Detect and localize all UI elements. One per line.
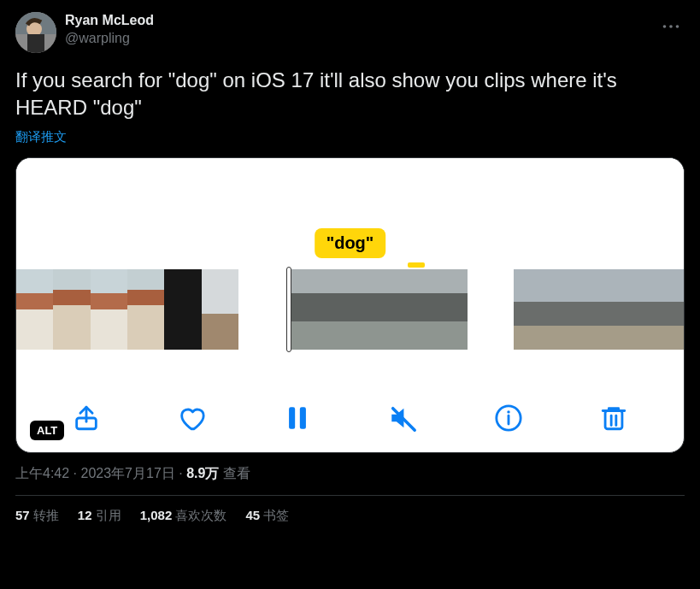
svg-rect-14 — [605, 410, 622, 428]
svg-point-6 — [676, 25, 679, 28]
share-icon[interactable] — [69, 401, 103, 435]
clip-group-3 — [514, 269, 684, 350]
bookmarks-stat[interactable]: 45 书签 — [245, 508, 289, 524]
tweet-container: Ryan McLeod @warpling If you search for … — [0, 0, 700, 531]
tweet-time[interactable]: 上午4:42 — [15, 466, 69, 480]
pause-icon[interactable] — [280, 401, 315, 435]
clip-group-1 — [16, 269, 238, 350]
tweet-meta: 上午4:42 · 2023年7月17日 · 8.9万 查看 — [15, 465, 685, 496]
tweet-text: If you search for "dog" on iOS 17 it'll … — [15, 67, 685, 122]
quotes-stat[interactable]: 12 引用 — [78, 508, 121, 524]
search-term-bubble: "dog" — [315, 228, 386, 258]
thumbnail-frame — [599, 269, 627, 350]
avatar[interactable] — [15, 12, 56, 53]
tweet-date[interactable]: 2023年7月17日 — [80, 466, 174, 480]
thumbnail-frame — [164, 269, 201, 350]
trash-icon[interactable] — [597, 401, 631, 435]
svg-point-4 — [663, 25, 667, 28]
svg-point-5 — [669, 25, 673, 28]
thumbnail-frame — [379, 269, 424, 350]
svg-rect-3 — [27, 34, 44, 53]
thumbnail-frame — [16, 269, 53, 350]
svg-rect-9 — [300, 407, 306, 429]
svg-rect-8 — [289, 407, 295, 429]
views-count: 8.9万 — [186, 466, 219, 480]
more-options-button[interactable] — [657, 12, 685, 35]
thumbnail-frame — [53, 269, 90, 350]
display-name[interactable]: Ryan McLeod — [65, 12, 154, 30]
media-controls — [16, 401, 684, 435]
media-attachment[interactable]: "dog" — [15, 157, 685, 453]
retweets-stat[interactable]: 57 转推 — [15, 508, 59, 524]
heart-icon[interactable] — [174, 401, 209, 435]
thumbnail-frame — [202, 269, 238, 350]
thumbnail-frame — [91, 269, 127, 350]
mute-icon[interactable] — [385, 401, 420, 435]
alt-badge[interactable]: ALT — [30, 421, 64, 440]
thumbnail-frame — [542, 269, 570, 350]
likes-stat[interactable]: 1,082 喜欢次数 — [140, 508, 227, 524]
video-timeline — [16, 269, 684, 350]
media-whitespace — [16, 158, 684, 227]
thumbnail-frame — [514, 269, 542, 350]
thumbnail-frame — [424, 269, 468, 350]
user-block: Ryan McLeod @warpling — [65, 12, 154, 48]
views-label[interactable]: 查看 — [223, 466, 250, 480]
user-handle[interactable]: @warpling — [65, 30, 154, 48]
timeline-match-marker — [408, 262, 425, 268]
thumbnail-frame — [570, 269, 598, 350]
clip-group-2 — [286, 269, 468, 350]
svg-point-13 — [507, 410, 509, 413]
tweet-stats: 57 转推 12 引用 1,082 喜欢次数 45 书签 — [15, 508, 685, 524]
info-icon[interactable] — [491, 401, 526, 435]
thumbnail-frame — [291, 269, 336, 350]
thumbnail-frame — [127, 269, 164, 350]
tweet-header: Ryan McLeod @warpling — [15, 12, 685, 53]
thumbnail-frame — [336, 269, 380, 350]
thumbnail-frame — [627, 269, 656, 350]
thumbnail-frame — [656, 269, 684, 350]
translate-link[interactable]: 翻译推文 — [15, 129, 67, 145]
